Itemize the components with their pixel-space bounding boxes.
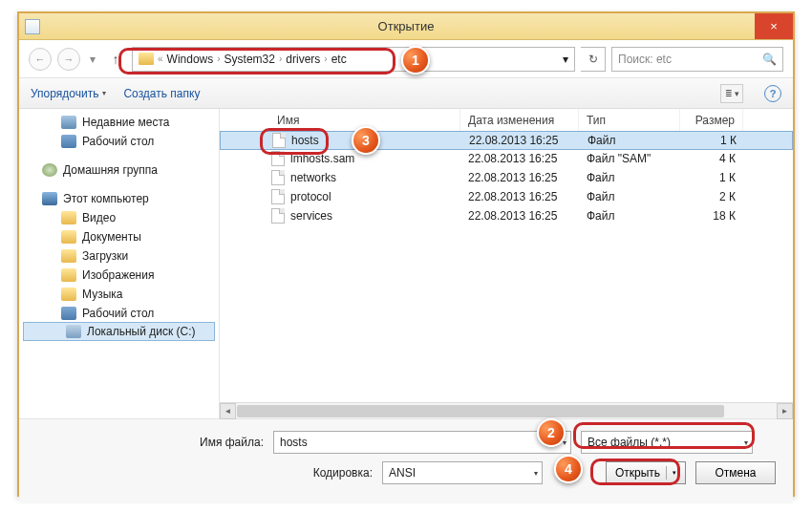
computer-icon	[42, 192, 57, 205]
file-filter-select[interactable]: Все файлы (*.*) ▾	[581, 431, 753, 454]
sidebar-item-downloads[interactable]: Загрузки	[19, 246, 219, 266]
file-icon	[271, 151, 285, 166]
refresh-icon: ↻	[588, 53, 598, 66]
column-header-type[interactable]: Тип	[579, 109, 680, 131]
cancel-button-label: Отмена	[715, 466, 756, 480]
sidebar-item-label: Этот компьютер	[63, 192, 149, 205]
breadcrumb-segment[interactable]: System32	[224, 53, 275, 66]
sidebar-item-desktop-2[interactable]: Рабочий стол	[19, 304, 219, 323]
file-rows: hosts22.08.2013 16:25Файл1 Кlmhosts.sam2…	[220, 132, 793, 225]
open-button[interactable]: Открыть ▾	[606, 461, 686, 484]
new-folder-label: Создать папку	[123, 87, 200, 100]
cancel-button[interactable]: Отмена	[695, 461, 776, 484]
disk-icon	[66, 325, 81, 338]
file-name: services	[290, 209, 332, 223]
address-breadcrumb[interactable]: « Windows › System32 › drivers › etc ▾	[132, 47, 575, 72]
sidebar-item-music[interactable]: Музыка	[19, 285, 219, 304]
file-type: Файл	[579, 209, 680, 223]
search-icon: 🔍	[762, 53, 777, 66]
toolbar: Упорядочить ▾ Создать папку ≣ ▾ ?	[19, 78, 793, 109]
search-input[interactable]: Поиск: etc 🔍	[611, 47, 783, 72]
file-size: 1 К	[681, 134, 744, 147]
folder-icon	[61, 211, 76, 224]
column-header-name[interactable]: Имя	[220, 109, 460, 131]
file-size: 1 К	[680, 171, 743, 184]
back-button[interactable]: ←	[29, 48, 52, 71]
folder-icon	[61, 288, 76, 301]
sidebar-item-video[interactable]: Видео	[19, 208, 219, 227]
breadcrumb-ellipsis: «	[158, 53, 163, 64]
file-type: Файл "SAM"	[579, 152, 680, 165]
breadcrumb-segment[interactable]: drivers	[286, 53, 320, 66]
horizontal-scrollbar[interactable]: ◄ ►	[220, 402, 793, 418]
sidebar-item-local-disk-c[interactable]: Локальный диск (C:)	[23, 322, 215, 341]
file-size: 2 К	[680, 190, 743, 203]
encoding-select[interactable]: ANSI ▾	[382, 461, 543, 484]
close-icon: ×	[770, 19, 778, 33]
forward-button[interactable]: →	[57, 48, 80, 71]
sidebar-item-label: Домашняя группа	[63, 163, 158, 177]
breadcrumb-segment[interactable]: Windows	[167, 53, 214, 66]
new-folder-button[interactable]: Создать папку	[123, 87, 200, 100]
file-date: 22.08.2013 16:25	[460, 190, 579, 203]
sidebar-item-desktop[interactable]: Рабочий стол	[19, 132, 219, 151]
view-icon: ≣	[725, 89, 733, 98]
titlebar: Открытие ×	[19, 13, 793, 40]
sidebar-item-label: Видео	[82, 211, 116, 224]
scroll-right-button[interactable]: ►	[777, 403, 793, 419]
chevron-down-icon: ▾	[673, 469, 676, 477]
refresh-button[interactable]: ↻	[581, 47, 606, 72]
file-name: hosts	[291, 134, 319, 147]
breadcrumb-dropdown[interactable]: ▾	[563, 53, 568, 66]
sidebar-item-documents[interactable]: Документы	[19, 227, 219, 246]
arrow-left-icon: ←	[35, 53, 46, 65]
file-date: 22.08.2013 16:25	[460, 152, 579, 165]
arrow-up-icon: ↑	[113, 52, 119, 67]
file-row[interactable]: networks22.08.2013 16:25Файл1 К	[220, 168, 793, 187]
breadcrumb-segment[interactable]: etc	[331, 53, 347, 66]
body: Недавние места Рабочий стол Домашняя гру…	[19, 109, 793, 418]
file-row[interactable]: protocol22.08.2013 16:25Файл2 К	[220, 187, 793, 206]
scroll-left-button[interactable]: ◄	[220, 403, 236, 419]
file-size: 18 К	[680, 209, 743, 223]
sidebar-item-label: Недавние места	[82, 116, 169, 129]
desktop-icon	[61, 135, 76, 148]
sidebar-item-homegroup[interactable]: Домашняя группа	[19, 160, 219, 180]
close-button[interactable]: ×	[755, 13, 793, 39]
file-name: protocol	[290, 190, 331, 203]
chevron-down-icon: ▾	[563, 438, 566, 447]
sidebar-item-computer[interactable]: Этот компьютер	[19, 189, 219, 208]
folder-icon	[61, 268, 76, 282]
filename-input[interactable]: hosts ▾	[273, 431, 571, 454]
help-icon: ?	[770, 88, 777, 99]
recent-locations-button[interactable]: ▾	[86, 48, 99, 71]
encoding-value: ANSI	[389, 466, 416, 480]
chevron-right-icon: ›	[324, 53, 327, 64]
scroll-thumb[interactable]	[237, 405, 724, 417]
column-headers: Имя Дата изменения Тип Размер	[220, 109, 793, 132]
sidebar-item-label: Изображения	[82, 268, 154, 282]
bottom-panel: Имя файла: hosts ▾ Все файлы (*.*) ▾ Код…	[19, 418, 793, 503]
sidebar-item-label: Локальный диск (C:)	[87, 325, 196, 338]
app-icon	[25, 19, 40, 34]
help-button[interactable]: ?	[764, 85, 781, 102]
sidebar-item-pictures[interactable]: Изображения	[19, 266, 219, 285]
navigation-pane: Недавние места Рабочий стол Домашняя гру…	[19, 109, 220, 418]
sidebar-item-recent[interactable]: Недавние места	[19, 113, 219, 132]
chevron-down-icon: ▾	[744, 438, 748, 447]
file-date: 22.08.2013 16:25	[460, 171, 579, 184]
up-button[interactable]: ↑	[105, 49, 126, 70]
file-row[interactable]: lmhosts.sam22.08.2013 16:25Файл "SAM"4 К	[220, 149, 793, 168]
organize-button[interactable]: Упорядочить ▾	[31, 87, 106, 100]
column-header-size[interactable]: Размер	[680, 109, 743, 131]
view-mode-button[interactable]: ≣ ▾	[720, 84, 743, 103]
file-list-pane: Имя Дата изменения Тип Размер hosts22.08…	[220, 109, 793, 418]
folder-icon	[139, 53, 154, 65]
file-icon	[271, 170, 285, 185]
chevron-down-icon: ▾	[534, 469, 538, 478]
column-header-date[interactable]: Дата изменения	[460, 109, 579, 131]
chevron-right-icon: ›	[217, 53, 220, 64]
desktop-icon	[61, 307, 76, 320]
file-row[interactable]: hosts22.08.2013 16:25Файл1 К	[220, 131, 793, 150]
file-row[interactable]: services22.08.2013 16:25Файл18 К	[220, 206, 793, 225]
